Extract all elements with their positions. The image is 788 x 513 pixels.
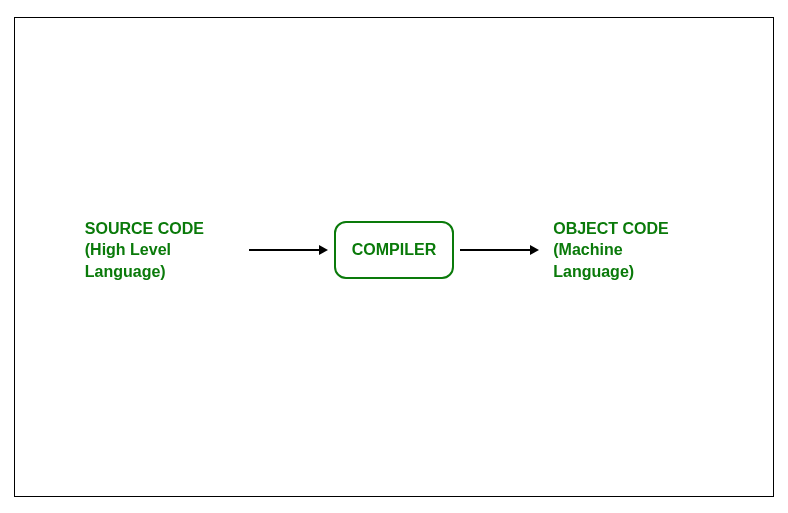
object-code-line2: (Machine bbox=[553, 241, 622, 258]
diagram-row: SOURCE CODE (High Level Language) COMPIL… bbox=[15, 218, 773, 283]
compiler-node: COMPILER bbox=[334, 221, 454, 279]
source-code-line3: Language) bbox=[85, 263, 166, 280]
source-code-line2: (High Level bbox=[85, 241, 171, 258]
object-code-line1: OBJECT CODE bbox=[553, 220, 669, 237]
object-code-node: OBJECT CODE (Machine Language) bbox=[553, 218, 703, 283]
source-code-line1: SOURCE CODE bbox=[85, 220, 204, 237]
arrow-compiler-to-object bbox=[460, 245, 539, 255]
compiler-label: COMPILER bbox=[352, 241, 436, 258]
arrow-line-icon bbox=[460, 249, 530, 251]
diagram-frame: SOURCE CODE (High Level Language) COMPIL… bbox=[14, 17, 774, 497]
object-code-line3: Language) bbox=[553, 263, 634, 280]
arrow-source-to-compiler bbox=[249, 245, 328, 255]
source-code-node: SOURCE CODE (High Level Language) bbox=[85, 218, 235, 283]
arrow-head-icon bbox=[530, 245, 539, 255]
arrow-line-icon bbox=[249, 249, 319, 251]
arrow-head-icon bbox=[319, 245, 328, 255]
